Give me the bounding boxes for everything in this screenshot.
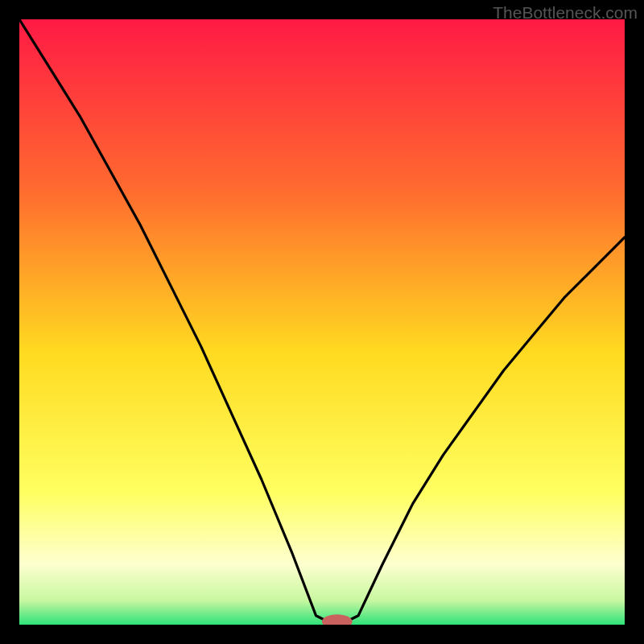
chart-svg: [19, 19, 625, 625]
chart-frame: TheBottleneck.com: [0, 0, 644, 644]
plot-area: [19, 19, 625, 625]
watermark-text: TheBottleneck.com: [493, 3, 638, 23]
gradient-bg: [19, 19, 625, 625]
